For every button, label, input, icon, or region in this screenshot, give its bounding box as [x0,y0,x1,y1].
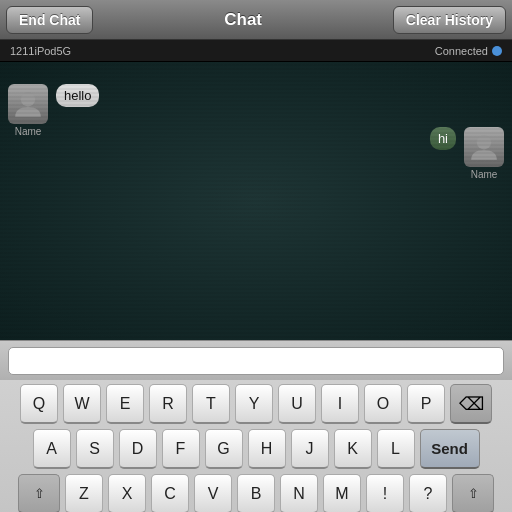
statusbar: 1211iPod5G Connected [0,40,512,62]
avatar-right [464,127,504,167]
key-h[interactable]: H [248,429,286,469]
key-g[interactable]: G [205,429,243,469]
key-m[interactable]: M [323,474,361,512]
key-p[interactable]: P [407,384,445,424]
key-v[interactable]: V [194,474,232,512]
connection-status: Connected [435,45,502,57]
clear-history-button[interactable]: Clear History [393,6,506,34]
key-l[interactable]: L [377,429,415,469]
key-t[interactable]: T [192,384,230,424]
avatar-right-area: Name [464,127,504,180]
message-left: Name hello [8,84,99,137]
chat-title: Chat [224,10,262,30]
key-z[interactable]: Z [65,474,103,512]
key-a[interactable]: A [33,429,71,469]
chat-area: Name hello Name hi [0,62,512,340]
bubble-right: hi [430,127,456,150]
delete-key[interactable]: ⌫ [450,384,492,424]
send-button[interactable]: Send [420,429,480,469]
key-row-3: ⇧ Z X C V B N M ! ? ⇧ [3,474,509,512]
key-w[interactable]: W [63,384,101,424]
svg-point-1 [477,135,491,149]
key-row-1: Q W E R T Y U I O P ⌫ [3,384,509,424]
shift-right-key[interactable]: ⇧ [452,474,494,512]
input-area [0,340,512,380]
message-input[interactable] [8,347,504,375]
key-d[interactable]: D [119,429,157,469]
message-right: Name hi [430,127,504,180]
avatar-left-name: Name [15,126,42,137]
key-exclaim[interactable]: ! [366,474,404,512]
key-k[interactable]: K [334,429,372,469]
key-u[interactable]: U [278,384,316,424]
shift-left-key[interactable]: ⇧ [18,474,60,512]
avatar-right-name: Name [471,169,498,180]
key-q[interactable]: Q [20,384,58,424]
key-x[interactable]: X [108,474,146,512]
key-c[interactable]: C [151,474,189,512]
key-question[interactable]: ? [409,474,447,512]
connected-label: Connected [435,45,488,57]
keyboard: Q W E R T Y U I O P ⌫ A S D F G H J K L … [0,380,512,512]
key-e[interactable]: E [106,384,144,424]
key-n[interactable]: N [280,474,318,512]
key-f[interactable]: F [162,429,200,469]
key-j[interactable]: J [291,429,329,469]
key-row-2: A S D F G H J K L Send [3,429,509,469]
svg-point-0 [21,92,35,106]
key-o[interactable]: O [364,384,402,424]
bluetooth-icon [492,46,502,56]
key-i[interactable]: I [321,384,359,424]
avatar-left [8,84,48,124]
key-s[interactable]: S [76,429,114,469]
end-chat-button[interactable]: End Chat [6,6,93,34]
avatar-left-area: Name [8,84,48,137]
bubble-left: hello [56,84,99,107]
device-name: 1211iPod5G [10,45,71,57]
key-b[interactable]: B [237,474,275,512]
navbar: End Chat Chat Clear History [0,0,512,40]
key-y[interactable]: Y [235,384,273,424]
key-r[interactable]: R [149,384,187,424]
